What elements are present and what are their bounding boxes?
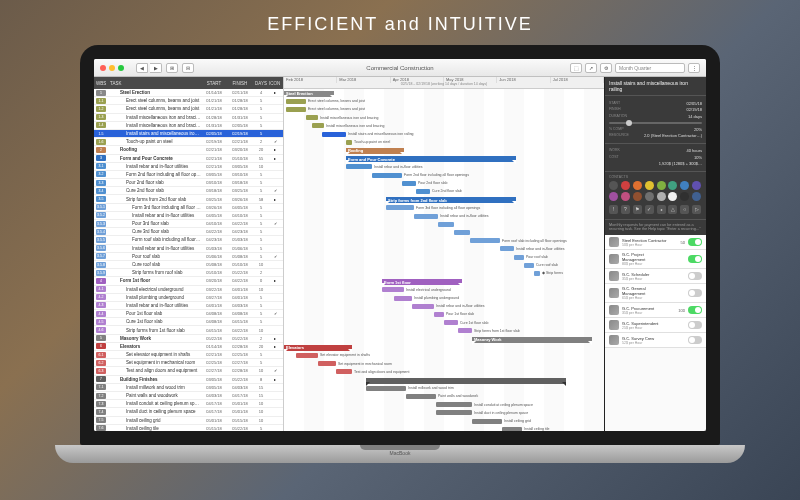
- duration-slider[interactable]: [609, 122, 702, 124]
- task-row[interactable]: 1.2 Erect steel columns, beams and joist…: [94, 105, 283, 113]
- gantt-group-bar[interactable]: Roofing: [346, 148, 404, 154]
- task-row[interactable]: 3.5 Strip forms from 2nd floor slab 03/2…: [94, 195, 283, 203]
- resource-row[interactable]: Steel Erection Contractor50$ per Hour 50: [605, 235, 706, 250]
- gantt-task-bar[interactable]: ◆ Strip forms: [534, 271, 540, 276]
- gantt-task-bar[interactable]: Install rebar and in-floor utilities: [414, 214, 438, 219]
- task-list-body[interactable]: 1 Steel Erection 01/14/1802/11/18 4▸1.1 …: [94, 89, 283, 431]
- gantt-group-bar[interactable]: Form and Pour Concrete: [346, 156, 516, 162]
- resource-row[interactable]: G.C. Scheduler35$ per Hour: [605, 269, 706, 284]
- resource-row[interactable]: G.C. Survey Crew52$ per Hour: [605, 333, 706, 348]
- task-row[interactable]: 6 Elevators 01/14/1802/28/18 20▸: [94, 343, 283, 351]
- gantt-task-bar[interactable]: Install electrical underground: [382, 287, 404, 292]
- color-swatch[interactable]: [621, 181, 630, 190]
- task-row[interactable]: 6.1 Set elevator equipment in shafts 02/…: [94, 351, 283, 359]
- task-row[interactable]: 6.3 Test and align doors and equipment 0…: [94, 367, 283, 375]
- gantt-task-bar[interactable]: Install millwork and wood trim: [366, 386, 406, 391]
- color-swatch[interactable]: [680, 192, 689, 201]
- gantt-group-bar[interactable]: Strip forms from 2nd floor slab: [386, 197, 516, 203]
- resource-toggle[interactable]: [688, 306, 702, 314]
- gantt-task-bar[interactable]: Install rebar and in-floor utilities: [500, 246, 514, 251]
- settings-button[interactable]: ⚙: [600, 63, 612, 73]
- task-row[interactable]: 3.5.6 Install rebar and in-floor utiliti…: [94, 245, 283, 253]
- color-swatch[interactable]: [692, 192, 701, 201]
- gantt-task-bar[interactable]: Cure 2nd floor slab: [416, 189, 430, 194]
- color-picker[interactable]: [609, 179, 702, 203]
- color-swatch[interactable]: [657, 181, 666, 190]
- value-duration[interactable]: 14 days: [688, 114, 702, 119]
- gantt-task-bar[interactable]: Install duct in ceiling plenum space: [436, 410, 472, 415]
- forward-button[interactable]: ▶: [150, 63, 162, 73]
- task-row[interactable]: 1.3 Install miscellaneous iron and braci…: [94, 114, 283, 122]
- color-swatch[interactable]: [633, 192, 642, 201]
- minimize-icon[interactable]: [109, 65, 115, 71]
- gantt-task-bar[interactable]: Install rebar and in-floor utilities: [346, 164, 372, 169]
- gantt-panel[interactable]: Feb 2018Mar 2018Apr 2018May 2018Jun 2018…: [284, 77, 604, 431]
- task-row[interactable]: 1.4 Install miscellaneous iron and braci…: [94, 122, 283, 130]
- task-row[interactable]: 2 Roofing 02/21/1803/20/18 20▸: [94, 146, 283, 154]
- task-row[interactable]: 1 Steel Erection 01/14/1802/11/18 4▸: [94, 89, 283, 97]
- gantt-task-bar[interactable]: Install plumbing underground: [394, 296, 412, 301]
- gantt-task-bar[interactable]: Cure 1st floor slab: [444, 320, 458, 325]
- value-complete[interactable]: 20%: [694, 127, 702, 132]
- col-wbs[interactable]: WBS: [96, 81, 110, 86]
- task-row[interactable]: 1.1 Erect steel columns, beams and joist…: [94, 97, 283, 105]
- task-row[interactable]: 4.3 Install rebar and in-floor utilities…: [94, 302, 283, 310]
- task-row[interactable]: 7.6 Install ceiling tile 05/15/1805/22/1…: [94, 425, 283, 431]
- value-finish[interactable]: 02/19/18: [686, 107, 702, 112]
- task-row[interactable]: 3.5.4 Cure 3rd floor slab 04/22/1804/23/…: [94, 228, 283, 236]
- gantt-task-bar[interactable]: Strip forms from 1st floor slab: [458, 328, 472, 333]
- col-task[interactable]: TASK: [110, 81, 201, 86]
- gantt-task-bar[interactable]: Set elevator equipment in shafts: [296, 353, 318, 358]
- task-row[interactable]: 4.4 Pour 1st floor slab 04/08/1804/08/18…: [94, 310, 283, 318]
- gantt-task-bar[interactable]: Pour 1st floor slab: [434, 312, 444, 317]
- resource-row[interactable]: G.C. Superintendent25$ per Hour: [605, 318, 706, 333]
- gantt-task-bar[interactable]: Form 3rd floor including all floor openi…: [386, 205, 414, 210]
- value-work[interactable]: 40 hours: [686, 148, 702, 153]
- resource-toggle[interactable]: [688, 336, 702, 344]
- close-icon[interactable]: [100, 65, 106, 71]
- resource-toggle[interactable]: [688, 321, 702, 329]
- resource-row[interactable]: G.C. Procurement35$ per Hour 100: [605, 303, 706, 318]
- color-swatch[interactable]: [668, 192, 677, 201]
- gantt-group-bar[interactable]: Steel Erection: [284, 91, 334, 97]
- task-row[interactable]: 4.6 Strip forms from 1st floor slab 04/1…: [94, 326, 283, 334]
- color-swatch[interactable]: [668, 181, 677, 190]
- task-row[interactable]: 3.3 Pour 2nd floor slab 03/10/1803/18/18…: [94, 179, 283, 187]
- color-swatch[interactable]: [609, 192, 618, 201]
- inspector-toggle[interactable]: ⋮: [688, 63, 700, 73]
- gantt-task-bar[interactable]: Install miscellaneous iron and bracing: [306, 115, 318, 120]
- gantt-task-bar[interactable]: Paint walls and woodwork: [406, 394, 436, 399]
- icon-swatch[interactable]: ?: [621, 205, 630, 214]
- task-row[interactable]: 7.1 Install millwork and wood trim 03/05…: [94, 384, 283, 392]
- task-row[interactable]: 3 Form and Pour Concrete 02/21/1805/10/1…: [94, 155, 283, 163]
- icon-swatch[interactable]: ✓: [645, 205, 654, 214]
- task-row[interactable]: 3.1 Install rebar and in-floor utilities…: [94, 163, 283, 171]
- gantt-task-bar[interactable]: Erect steel columns, beams and joist: [286, 99, 306, 104]
- gantt-task-bar[interactable]: Install ceiling grid: [472, 419, 502, 424]
- gantt-task-bar[interactable]: Pour 2nd floor slab: [402, 181, 416, 186]
- gantt-task-bar[interactable]: Set equipment in mechanical room: [318, 361, 336, 366]
- task-row[interactable]: 3.2 Form 2nd floor including all floor o…: [94, 171, 283, 179]
- icon-swatch[interactable]: ⬥: [657, 205, 666, 214]
- task-row[interactable]: 7.4 Install duct in ceiling plenum space…: [94, 408, 283, 416]
- gantt-group-bar[interactable]: Elevators: [284, 345, 352, 351]
- icon-swatch[interactable]: ⚑: [633, 205, 642, 214]
- gantt-task-bar[interactable]: Form roof slab including all floor openi…: [470, 238, 500, 243]
- gantt-task-bar[interactable]: Cure roof slab: [524, 263, 534, 268]
- grid-button[interactable]: ⊟: [182, 63, 194, 73]
- gantt-task-bar[interactable]: Pour roof slab: [514, 255, 524, 260]
- zoom-icon[interactable]: [118, 65, 124, 71]
- resource-row[interactable]: G.C. Project Management80$ per Hour: [605, 250, 706, 269]
- icon-swatch[interactable]: ○: [680, 205, 689, 214]
- task-row[interactable]: 5 Masonry Work 05/22/1805/22/18 2▸: [94, 335, 283, 343]
- gantt-task-bar[interactable]: Install conduit at ceiling plenum space: [436, 402, 472, 407]
- nav-segment[interactable]: ◀ ▶: [136, 63, 162, 73]
- task-row[interactable]: 3.5.8 Cure roof slab 05/08/1805/10/18 10: [94, 261, 283, 269]
- col-icon[interactable]: ICON: [269, 81, 281, 86]
- color-swatch[interactable]: [692, 181, 701, 190]
- icon-swatch[interactable]: △: [668, 205, 677, 214]
- task-row[interactable]: 7.3 Install conduit at ceiling plenum sp…: [94, 400, 283, 408]
- resource-toggle[interactable]: [688, 289, 702, 297]
- resource-toggle[interactable]: [688, 272, 702, 280]
- task-row[interactable]: 3.4 Cure 2nd floor slab 03/18/1803/25/18…: [94, 187, 283, 195]
